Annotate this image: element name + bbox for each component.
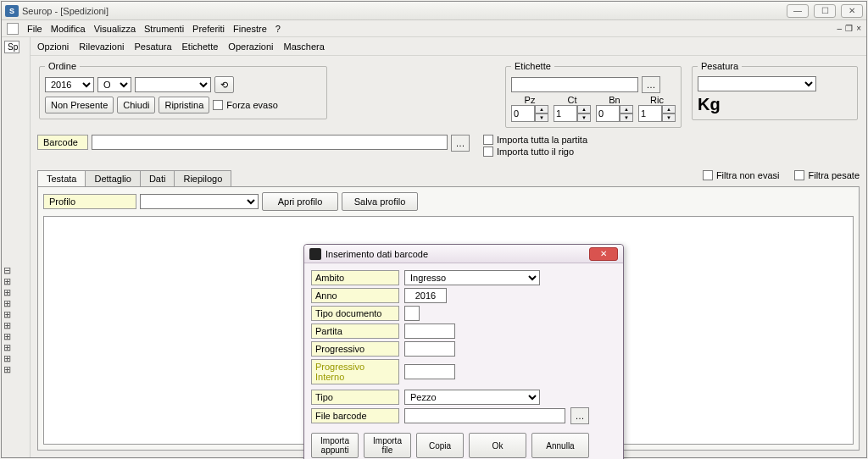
menu-help[interactable]: ? xyxy=(275,24,281,34)
filtra-non-evasi-checkbox[interactable]: Filtra non evasi xyxy=(703,170,780,180)
anno-label: Anno xyxy=(311,288,399,303)
barcode-browse[interactable]: … xyxy=(451,135,470,152)
importa-file-button[interactable]: Importa file xyxy=(364,433,411,458)
mdi-minimize[interactable]: – xyxy=(837,24,843,33)
ric-spinner[interactable]: ▲▼ xyxy=(638,105,676,122)
profilo-select[interactable] xyxy=(140,194,259,209)
tab-testata[interactable]: Testata xyxy=(37,170,86,186)
ct-spinner[interactable]: ▲▼ xyxy=(554,105,591,122)
bn-spinner[interactable]: ▲▼ xyxy=(596,105,633,122)
file-barcode-browse[interactable]: … xyxy=(570,407,589,424)
tab-riepilogo[interactable]: Riepilogo xyxy=(174,170,231,186)
tabs: Testata Dettaglio Dati Riepilogo xyxy=(37,170,231,186)
modal-titlebar: Inserimento dati barcode ✕ xyxy=(304,245,623,263)
menu-modifica[interactable]: Modifica xyxy=(51,24,86,34)
window-title: Seurop - [Spedizioni] xyxy=(22,6,108,16)
pz-spinner[interactable]: ▲▼ xyxy=(511,105,548,122)
tool-operazioni[interactable]: Operazioni xyxy=(228,41,273,52)
tipo-label: Tipo xyxy=(311,390,399,405)
ct-label: Ct xyxy=(554,95,591,105)
titlebar: S Seurop - [Spedizioni] — ☐ ✕ xyxy=(2,2,866,20)
etichette-input[interactable] xyxy=(511,77,638,92)
importa-partita-checkbox[interactable]: Importa tutta la partita xyxy=(483,135,587,145)
anno-input[interactable] xyxy=(404,288,447,303)
menu-visualizza[interactable]: Visualizza xyxy=(94,24,136,34)
file-barcode-label: File barcode xyxy=(311,408,399,423)
file-barcode-input[interactable] xyxy=(404,408,565,423)
minimize-button[interactable]: — xyxy=(787,4,809,18)
tipo-select[interactable]: Pezzo xyxy=(404,390,540,405)
app-window: S Seurop - [Spedizioni] — ☐ ✕ File Modif… xyxy=(1,1,867,458)
tab-dati[interactable]: Dati xyxy=(140,170,175,186)
progressivo-input[interactable] xyxy=(404,341,455,357)
tree[interactable] xyxy=(2,265,30,375)
left-tab[interactable]: Sp xyxy=(4,41,19,53)
barcode-modal: Inserimento dati barcode ✕ AmbitoIngress… xyxy=(303,244,624,459)
mdi-close[interactable]: × xyxy=(856,24,861,33)
modal-title: Inserimento dati barcode xyxy=(326,249,428,259)
salva-profilo-button[interactable]: Salva profilo xyxy=(342,192,418,211)
ordine-year-select[interactable]: 2016 xyxy=(45,77,94,92)
main-panel: Opzioni Rilevazioni Pesatura Etichette O… xyxy=(31,37,866,457)
etichette-group: Etichette … Pz▲▼ Ct▲▼ Bn▲▼ Ric▲▼ xyxy=(505,61,682,128)
refresh-button[interactable]: ⟲ xyxy=(214,76,234,93)
ok-button[interactable]: Ok xyxy=(469,433,526,458)
menu-file[interactable]: File xyxy=(27,24,42,34)
tool-pesatura[interactable]: Pesatura xyxy=(135,41,172,52)
ordine-letter-select[interactable]: O xyxy=(97,77,131,92)
progressivo-interno-label: Progressivo Interno xyxy=(311,359,399,384)
pesatura-unit: Kg xyxy=(698,95,852,114)
tool-rilevazioni[interactable]: Rilevazioni xyxy=(79,41,124,52)
profilo-label: Profilo xyxy=(43,194,136,209)
annulla-button[interactable]: Annulla xyxy=(531,433,589,458)
pesatura-legend: Pesatura xyxy=(698,61,742,71)
partita-input[interactable] xyxy=(404,324,455,339)
tab-dettaglio[interactable]: Dettaglio xyxy=(85,170,140,186)
ordine-legend: Ordine xyxy=(45,61,80,71)
etichette-legend: Etichette xyxy=(511,61,554,71)
modal-close-button[interactable]: ✕ xyxy=(589,247,618,261)
etichette-browse[interactable]: … xyxy=(642,76,660,93)
pz-label: Pz xyxy=(511,95,548,105)
secondary-toolbar: Opzioni Rilevazioni Pesatura Etichette O… xyxy=(31,37,866,56)
tipodoc-input[interactable] xyxy=(404,306,420,321)
pesatura-select[interactable] xyxy=(698,76,816,91)
ordine-group: Ordine 2016 O ⟲ Non Presente Chiudi Ripr… xyxy=(39,61,327,119)
importa-appunti-button[interactable]: Importa appunti xyxy=(311,433,359,458)
tool-maschera[interactable]: Maschera xyxy=(284,41,325,52)
mdi-controls: – ❐ × xyxy=(837,24,861,33)
menu-preferiti[interactable]: Preferiti xyxy=(192,24,225,34)
barcode-label: Barcode xyxy=(37,135,88,150)
partita-label: Partita xyxy=(311,324,399,339)
tool-opzioni[interactable]: Opzioni xyxy=(37,41,69,52)
apri-profilo-button[interactable]: Apri profilo xyxy=(262,192,338,211)
copia-button[interactable]: Copia xyxy=(416,433,464,458)
importa-rigo-checkbox[interactable]: Importa tutto il rigo xyxy=(483,147,574,157)
ric-label: Ric xyxy=(638,95,676,105)
ordine-combo-3[interactable] xyxy=(135,77,211,92)
ambito-select[interactable]: Ingresso xyxy=(404,270,540,285)
tool-etichette[interactable]: Etichette xyxy=(182,41,219,52)
menu-finestre[interactable]: Finestre xyxy=(233,24,267,34)
app-icon: S xyxy=(5,5,19,17)
barcode-input[interactable] xyxy=(92,135,448,150)
non-presente-button[interactable]: Non Presente xyxy=(45,97,114,113)
ambito-label: Ambito xyxy=(311,270,399,285)
close-button[interactable]: ✕ xyxy=(841,4,863,18)
menubar: File Modifica Visualizza Strumenti Prefe… xyxy=(2,20,866,37)
left-strip: Sp xyxy=(2,37,31,457)
menu-icon[interactable] xyxy=(7,23,19,35)
bn-label: Bn xyxy=(596,95,633,105)
progressivo-interno-input[interactable] xyxy=(404,364,455,379)
progressivo-label: Progressivo xyxy=(311,341,399,357)
tipodoc-label: Tipo documento xyxy=(311,306,399,321)
forza-evaso-checkbox[interactable]: Forza evaso xyxy=(213,100,278,110)
filtra-pesate-checkbox[interactable]: Filtra pesate xyxy=(794,170,860,180)
chiudi-button[interactable]: Chiudi xyxy=(117,97,155,113)
menu-strumenti[interactable]: Strumenti xyxy=(144,24,184,34)
ripristina-button[interactable]: Ripristina xyxy=(159,97,209,113)
maximize-button[interactable]: ☐ xyxy=(814,4,836,18)
mdi-restore[interactable]: ❐ xyxy=(845,24,853,33)
pesatura-group: Pesatura Kg xyxy=(692,61,858,120)
barcode-icon xyxy=(309,248,321,260)
